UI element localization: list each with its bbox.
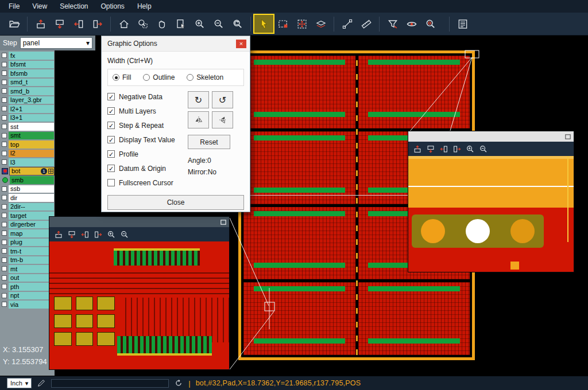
checkbox-multi-layers[interactable]: ✓Multi Layers — [107, 104, 188, 118]
layer-row[interactable]: l2 — [0, 149, 55, 158]
layer-name[interactable]: 2dir-- — [9, 203, 54, 211]
layer-row[interactable]: pth — [0, 282, 55, 291]
radio-fill[interactable]: Fill — [113, 73, 131, 81]
layer-checkbox[interactable] — [2, 266, 7, 271]
close-button[interactable]: Close — [107, 195, 244, 210]
restore-window-icon[interactable] — [220, 220, 226, 225]
layer-name[interactable]: l3+1 — [9, 114, 54, 122]
layer-row[interactable]: 2dir-- — [0, 202, 55, 212]
layer-name[interactable]: tm-b — [9, 256, 54, 264]
export-bottom-button[interactable] — [50, 15, 69, 33]
checkbox-datum-origin[interactable]: ✓Datum & Origin — [107, 161, 188, 176]
layer-name[interactable]: bfsmt — [9, 61, 54, 69]
layer-row[interactable]: sst — [0, 122, 55, 131]
rotate-ccw-button[interactable]: ↺ — [212, 91, 233, 108]
export-right-button[interactable] — [452, 145, 462, 154]
mirror-horizontal-button[interactable] — [188, 111, 209, 128]
rotate-cw-button[interactable]: ↻ — [188, 91, 209, 108]
menu-view[interactable]: View — [26, 0, 53, 13]
layer-checkbox[interactable] — [2, 62, 7, 67]
layer-name[interactable]: tm-t — [9, 247, 54, 255]
layer-name[interactable]: bfsmb — [9, 69, 54, 77]
select-cursor-button[interactable] — [254, 15, 273, 33]
highlight-view-button[interactable] — [402, 15, 421, 33]
layer-row[interactable]: bfsmt — [0, 60, 55, 69]
layer-row[interactable]: dirgerber — [0, 220, 55, 229]
layer-name[interactable]: ssb — [9, 185, 54, 193]
layer-row[interactable]: ssb — [0, 185, 55, 194]
import-top-button[interactable] — [413, 145, 422, 154]
layer-checkbox[interactable] — [2, 293, 7, 298]
layer-row[interactable]: dir — [0, 193, 55, 202]
layer-row-active[interactable]: bot1 — [0, 167, 55, 176]
notes-report-button[interactable] — [453, 15, 472, 33]
layer-name[interactable]: bot1 — [10, 167, 54, 176]
layer-row[interactable]: fx — [0, 51, 55, 60]
home-view-button[interactable] — [114, 15, 133, 33]
import-top-button[interactable] — [54, 230, 63, 239]
dialog-close-button[interactable]: × — [236, 40, 246, 48]
layer-name[interactable]: map — [9, 229, 54, 237]
layer-name[interactable]: out — [9, 274, 54, 282]
find-button[interactable] — [421, 15, 440, 33]
menu-help[interactable]: Help — [131, 0, 158, 13]
layer-status-indicator[interactable] — [2, 177, 8, 183]
layer-row[interactable]: tm-t — [0, 247, 55, 256]
layer-row[interactable]: top — [0, 140, 55, 149]
open-file-button[interactable] — [5, 15, 24, 33]
layer-row[interactable]: out — [0, 274, 55, 283]
layer-checkbox[interactable] — [2, 222, 7, 227]
radio-skeleton[interactable]: Skeleton — [187, 73, 223, 81]
layer-checkbox[interactable] — [2, 142, 7, 147]
layer-name[interactable]: smd_b — [9, 87, 54, 95]
layer-checkbox[interactable] — [2, 240, 7, 245]
transform-select-button[interactable] — [292, 15, 311, 33]
layer-name[interactable]: fx — [9, 52, 54, 60]
zoom-window-titlebar[interactable] — [408, 131, 574, 142]
layer-row[interactable]: bfsmb — [0, 69, 55, 78]
zoom-in-button[interactable] — [107, 230, 116, 239]
menu-options[interactable]: Options — [95, 0, 131, 13]
layer-checkbox[interactable] — [2, 213, 7, 218]
layer-checkbox[interactable] — [2, 231, 7, 236]
layer-checkbox[interactable] — [2, 248, 7, 253]
refresh-button[interactable] — [174, 379, 183, 388]
export-bottom-button[interactable] — [426, 145, 435, 154]
zoom-in-button[interactable] — [466, 145, 475, 154]
layer-name[interactable]: smd_t — [9, 79, 54, 87]
mirror-vertical-button[interactable] — [212, 111, 233, 128]
reset-button[interactable]: Reset — [188, 135, 230, 149]
layer-name[interactable]: via — [9, 301, 54, 309]
zoom-view-corner-detail[interactable] — [408, 156, 574, 272]
layer-checkbox[interactable] — [2, 159, 7, 165]
rect-select-button[interactable] — [273, 15, 292, 33]
layer-row[interactable]: tm-b — [0, 256, 55, 265]
filter-button[interactable] — [383, 15, 402, 33]
layer-name[interactable]: l2+1 — [9, 105, 54, 113]
zoom-window-bottom[interactable] — [49, 216, 230, 370]
layer-checkbox[interactable] — [2, 275, 7, 280]
layer-checkbox[interactable] — [2, 115, 7, 120]
layer-row[interactable]: plug — [0, 238, 55, 247]
checkbox-step-repeat[interactable]: ✓Step & Repeat — [107, 118, 188, 132]
layer-name[interactable]: top — [9, 141, 54, 149]
layer-name[interactable]: smb — [10, 176, 54, 184]
layer-checkbox[interactable] — [2, 133, 7, 138]
draw-tool-button[interactable] — [37, 379, 46, 388]
export-right-button[interactable] — [94, 230, 103, 239]
layer-name[interactable]: dir — [9, 194, 54, 202]
layer-row[interactable]: l2+1 — [0, 104, 55, 114]
layer-name[interactable]: layer_3.gbr — [9, 96, 54, 104]
layer-checkbox[interactable] — [2, 98, 7, 103]
zoom-previous-button[interactable] — [228, 15, 247, 33]
zoom-window-right[interactable] — [408, 131, 574, 272]
layer-row[interactable]: map — [0, 229, 55, 238]
zoom-out-button[interactable] — [120, 230, 129, 239]
layer-checkbox[interactable] — [2, 80, 7, 85]
step-dropdown[interactable]: panel ▾ — [20, 37, 92, 49]
layer-checkbox[interactable] — [2, 106, 7, 111]
layer-name[interactable]: dirgerber — [9, 221, 54, 229]
layer-row[interactable]: smd_b — [0, 87, 55, 96]
command-input[interactable] — [51, 379, 169, 388]
layer-name[interactable]: pth — [9, 283, 54, 291]
